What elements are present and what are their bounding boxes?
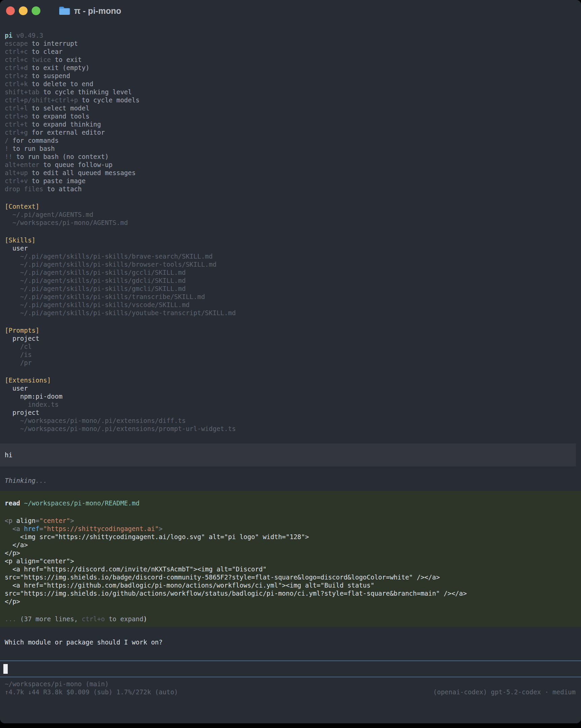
terminal-line: ctrl+z to suspend [0, 72, 581, 80]
terminal-window: π - pi-mono pi v0.49.3escape to interrup… [0, 0, 581, 723]
terminal-line: /cl [0, 342, 581, 350]
terminal-line: read ~/workspaces/pi-mono/README.md [0, 499, 581, 507]
terminal-blank-line [0, 507, 581, 517]
terminal-line: ctrl+p/shift+ctrl+p to cycle models [0, 96, 581, 104]
status-bar: ~/workspaces/pi-mono (main) ↑4.7k ↓44 R3… [0, 677, 581, 696]
terminal-line: user [0, 244, 581, 252]
terminal-line: ~/.pi/agent/skills/pi-skills/browser-too… [0, 260, 581, 268]
terminal-line: / for commands [0, 136, 581, 145]
terminal-line: npm:pi-doom [0, 392, 581, 400]
terminal-line: ~/.pi/agent/skills/pi-skills/gdcli/SKILL… [0, 277, 581, 285]
terminal-line: ctrl+v to paste image [0, 177, 581, 185]
terminal-line: drop files to attach [0, 185, 581, 193]
terminal-line: src="https://img.shields.io/badge/discor… [0, 573, 581, 581]
terminal-line: ~/workspaces/pi-mono/AGENTS.md [0, 218, 581, 227]
terminal-line: ~/.pi/agent/skills/pi-skills/vscode/SKIL… [0, 301, 581, 309]
terminal-blank-line [0, 605, 581, 615]
user-message-box: hi [0, 443, 576, 466]
terminal-line: [Prompts] [0, 326, 581, 334]
terminal-line: <a href="https://github.com/badlogic/pi-… [0, 581, 581, 589]
terminal-line: ctrl+c to clear [0, 48, 581, 56]
terminal-line: [Context] [0, 202, 581, 210]
terminal-blank-line [0, 227, 581, 236]
terminal-line: ctrl+d to exit (empty) [0, 63, 581, 72]
terminal-line: alt+up to edit all queued messages [0, 169, 581, 177]
terminal-line: ctrl+t to expand thinking [0, 120, 581, 128]
terminal-line: ~/.pi/agent/skills/pi-skills/gccli/SKILL… [0, 268, 581, 277]
terminal-line: alt+enter to queue follow-up [0, 161, 581, 169]
close-button[interactable] [6, 6, 15, 15]
terminal-line: ctrl+o to expand tools [0, 112, 581, 120]
terminal-line: index.ts [0, 400, 581, 409]
terminal-line: /is [0, 350, 581, 359]
terminal-line: </a> [0, 541, 581, 549]
token-stats: ↑4.7k ↓44 R3.8k $0.009 (sub) 1.7%/272k (… [5, 688, 178, 696]
thinking-indicator: Thinking... [0, 476, 581, 485]
terminal-line: ! to run bash [0, 145, 581, 153]
terminal-line: src="https://img.shields.io/github/actio… [0, 589, 581, 597]
terminal-line: escape to interrupt [0, 40, 581, 48]
terminal-blank-line [0, 317, 581, 326]
tool-output-block: read ~/workspaces/pi-mono/README.md<p al… [0, 491, 581, 627]
terminal-line: /pr [0, 359, 581, 367]
terminal-line: shift+tab to cycle thinking level [0, 88, 581, 96]
terminal-line: ~/.pi/agent/skills/pi-skills/youtube-tra… [0, 309, 581, 317]
terminal-line: pi v0.49.3 [0, 31, 581, 40]
thinking-label: Thinking [5, 477, 36, 484]
folder-icon [58, 6, 70, 16]
terminal-line: <a href="https://discord.com/invite/nKXT… [0, 565, 581, 573]
user-message-text: hi [0, 451, 576, 459]
terminal-line: project [0, 334, 581, 342]
terminal-line: ~/.pi/agent/skills/pi-skills/brave-searc… [0, 252, 581, 260]
terminal-line: ~/.pi/agent/skills/pi-skills/gmcli/SKILL… [0, 285, 581, 293]
terminal-blank-line [0, 193, 581, 202]
model-info: (openai-codex) gpt-5.2-codex · medium [433, 688, 576, 696]
terminal-line: ... (37 more lines, ctrl+o to expand) [0, 615, 581, 623]
terminal-line: ctrl+g for external editor [0, 128, 581, 136]
terminal-line: ctrl+c twice to exit [0, 56, 581, 63]
terminal-line: ~/workspaces/pi-mono/.pi/extensions/diff… [0, 417, 581, 425]
status-row: ↑4.7k ↓44 R3.8k $0.009 (sub) 1.7%/272k (… [5, 688, 576, 696]
maximize-button[interactable] [32, 6, 41, 15]
terminal-line: ctrl+k to delete to end [0, 80, 581, 88]
startup-info: pi v0.49.3escape to interruptctrl+c to c… [0, 31, 581, 433]
titlebar: π - pi-mono [0, 0, 581, 22]
traffic-lights [6, 6, 45, 15]
terminal-line: !! to run bash (no context) [0, 153, 581, 161]
terminal-line: <img src="https://shittycodingagent.ai/l… [0, 533, 581, 541]
assistant-message: Which module or package should I work on… [0, 638, 581, 646]
terminal-blank-line [0, 367, 581, 376]
title-group: π - pi-mono [58, 6, 121, 16]
terminal-line: ~/.pi/agent/skills/pi-skills/transcribe/… [0, 293, 581, 301]
window-title: π - pi-mono [74, 6, 121, 16]
terminal-line: <a href="https://shittycodingagent.ai"> [0, 525, 581, 533]
terminal-line: ~/workspaces/pi-mono/.pi/extensions/prom… [0, 425, 581, 433]
terminal-line: </p> [0, 597, 581, 605]
terminal-line: ~/.pi/agent/AGENTS.md [0, 210, 581, 218]
workdir-status: ~/workspaces/pi-mono (main) [5, 680, 576, 688]
prompt-input[interactable] [0, 661, 581, 677]
thinking-dots: ... [36, 477, 47, 484]
terminal-line: <p align="center"> [0, 517, 581, 525]
terminal-line: [Extensions] [0, 376, 581, 384]
terminal-line: </p> [0, 549, 581, 557]
terminal-line: <p align="center"> [0, 557, 581, 565]
text-cursor [3, 664, 8, 674]
minimize-button[interactable] [19, 6, 28, 15]
terminal-line: ctrl+l to select model [0, 104, 581, 112]
terminal-content: pi v0.49.3escape to interruptctrl+c to c… [0, 22, 581, 696]
terminal-line: user [0, 384, 581, 392]
terminal-line: [Skills] [0, 236, 581, 244]
terminal-line: project [0, 409, 581, 417]
